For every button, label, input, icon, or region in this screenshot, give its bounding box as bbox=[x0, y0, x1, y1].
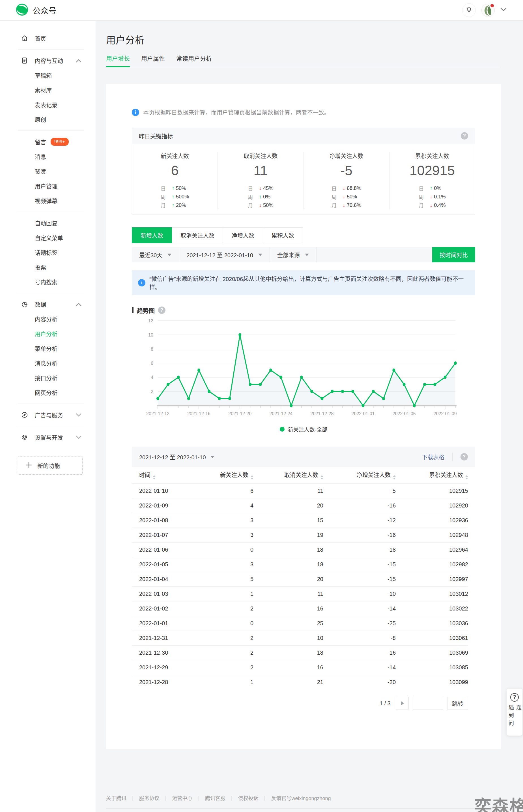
sidebar-item-auto-reply[interactable]: 自动回复 bbox=[0, 216, 96, 230]
brand[interactable]: 公众号 bbox=[16, 3, 57, 17]
sidebar-item-content-interaction[interactable]: 内容与互动 bbox=[0, 53, 96, 68]
next-page-button[interactable] bbox=[396, 697, 409, 710]
sort-icon[interactable] bbox=[321, 475, 323, 479]
tab-regular-readers[interactable]: 常读用户分析 bbox=[176, 54, 212, 67]
sort-icon[interactable] bbox=[393, 475, 396, 479]
arrow-down-icon: ↓ bbox=[428, 194, 434, 200]
table-header-4[interactable]: 累积关注人数 bbox=[396, 467, 468, 483]
sort-icon[interactable] bbox=[153, 475, 156, 479]
sidebar-item-label: 自定义菜单 bbox=[35, 234, 63, 242]
trend-chart[interactable]: 246810122021-12-122021-12-162021-12-2020… bbox=[132, 318, 473, 424]
account-avatar[interactable] bbox=[482, 4, 495, 17]
help-floating-button[interactable]: ? 遇到问题 bbox=[507, 689, 522, 736]
sidebar-item-label: 新的功能 bbox=[37, 462, 60, 470]
sidebar-item-topic-tags[interactable]: 话题标签 bbox=[0, 245, 96, 260]
question-icon: ? bbox=[510, 693, 519, 702]
watermark: 奕森格 bbox=[474, 793, 523, 812]
tab-user-growth[interactable]: 用户增长 bbox=[106, 54, 130, 67]
page-jump-input[interactable] bbox=[413, 697, 443, 710]
sidebar-item-label: 接口分析 bbox=[35, 374, 57, 382]
sort-icon[interactable] bbox=[251, 475, 253, 479]
footer-links: 关于腾讯|服务协议|运营中心|腾讯客服|侵权投诉|反馈官号weixingongz… bbox=[106, 794, 501, 801]
footer-link-1[interactable]: 服务协议 bbox=[139, 794, 160, 801]
metric-tab-unfollowers[interactable]: 取消关注人数 bbox=[172, 227, 223, 243]
sidebar-item-messages[interactable]: 消息 bbox=[0, 149, 96, 164]
footer-separator: | bbox=[165, 795, 167, 801]
kpi-stat-row: 月↓0.4% bbox=[419, 201, 446, 209]
download-table-link[interactable]: 下载表格 bbox=[422, 453, 444, 461]
page-title: 用户分析 bbox=[106, 33, 501, 47]
footer-link-3[interactable]: 腾讯客服 bbox=[205, 794, 226, 801]
metric-tab-cumulative[interactable]: 累积人数 bbox=[263, 227, 303, 243]
trend-help-icon[interactable]: ? bbox=[158, 306, 165, 314]
account-chevron-down-icon[interactable] bbox=[500, 7, 507, 13]
sidebar-item-material-library[interactable]: 素材库 bbox=[0, 83, 96, 98]
sidebar-item-user-analysis[interactable]: 用户分析 bbox=[0, 326, 96, 341]
sidebar-item-label: 菜单分析 bbox=[35, 345, 57, 353]
sidebar-item-original[interactable]: 原创 bbox=[0, 112, 96, 127]
compare-by-time-button[interactable]: 按时间对比 bbox=[432, 247, 475, 262]
arrow-up-icon: ↑ bbox=[170, 186, 176, 191]
table-header-3[interactable]: 净增关注人数 bbox=[323, 467, 396, 483]
sidebar-item-user-management[interactable]: 用户管理 bbox=[0, 179, 96, 193]
kpi-value: 6 bbox=[132, 163, 217, 178]
arrow-down-icon: ↓ bbox=[257, 202, 263, 208]
sidebar-item-drafts[interactable]: 草稿箱 bbox=[0, 68, 96, 83]
sidebar-item-webpage-analysis[interactable]: 网页分析 bbox=[0, 385, 96, 400]
svg-text:10: 10 bbox=[148, 333, 153, 337]
footer-link-4[interactable]: 侵权投诉 bbox=[238, 794, 258, 801]
sidebar-item-label: 数据 bbox=[35, 300, 46, 308]
kpi-stat-row: 周↓0.1% bbox=[419, 192, 446, 201]
kpi-stat-row: 日↑50% bbox=[161, 184, 189, 192]
page-jump-button[interactable]: 跳转 bbox=[447, 697, 468, 710]
svg-text:2022-01-05: 2022-01-05 bbox=[393, 411, 416, 416]
sidebar-item-home[interactable]: 首页 bbox=[0, 31, 96, 46]
sidebar-item-publish-record[interactable]: 发表记录 bbox=[0, 98, 96, 112]
filter-range-preset[interactable]: 最近30天 bbox=[132, 247, 179, 262]
kpi-help-icon[interactable]: ? bbox=[461, 132, 468, 140]
filter-date-range[interactable]: 2021-12-12 至 2022-01-10 bbox=[179, 247, 270, 262]
kpi-stats: 日↓45%周↑0%月↓50% bbox=[248, 184, 273, 209]
sidebar-item-account-search[interactable]: 号内搜索 bbox=[0, 275, 96, 289]
table-row: 2022-01-08315-12102936 bbox=[132, 513, 468, 528]
metric-tab-new-followers[interactable]: 新增人数 bbox=[132, 227, 172, 243]
table-header-1[interactable]: 新关注人数 bbox=[207, 467, 253, 483]
notifications-button[interactable] bbox=[462, 3, 476, 17]
sidebar-item-rewards[interactable]: 赞赏 bbox=[0, 164, 96, 179]
sidebar-item-content-analysis[interactable]: 内容分析 bbox=[0, 312, 96, 326]
footer-link-5[interactable]: 反馈官号weixingongzhong bbox=[271, 794, 331, 801]
table-header-0[interactable]: 时间 bbox=[132, 467, 207, 483]
kpi-value: -5 bbox=[304, 163, 389, 178]
sidebar-item-video-danmu[interactable]: 视频弹幕 bbox=[0, 193, 96, 208]
filter-bar: 最近30天 2021-12-12 至 2022-01-10 全部来源 按时间对比 bbox=[132, 247, 475, 262]
kpi-stat-row: 日↓68.8% bbox=[331, 184, 361, 192]
sidebar-new-features-button[interactable]: 新的功能 bbox=[18, 457, 83, 475]
tab-user-attributes[interactable]: 用户属性 bbox=[141, 54, 165, 67]
metric-tab-net-growth[interactable]: 净增人数 bbox=[223, 227, 263, 243]
table-header-2[interactable]: 取消关注人数 bbox=[253, 467, 323, 483]
footer-link-2[interactable]: 运营中心 bbox=[172, 794, 192, 801]
sort-icon[interactable] bbox=[465, 475, 468, 479]
table-help-icon[interactable]: ? bbox=[461, 453, 468, 460]
sidebar-item-settings-dev[interactable]: 设置与开发 bbox=[0, 430, 96, 445]
sidebar-item-custom-menu[interactable]: 自定义菜单 bbox=[0, 230, 96, 245]
sidebar-item-comments[interactable]: 留言999+ bbox=[0, 135, 96, 149]
kpi-label: 净增关注人数 bbox=[304, 152, 389, 160]
sidebar-item-menu-analysis[interactable]: 菜单分析 bbox=[0, 341, 96, 356]
sidebar-item-label: 话题标签 bbox=[35, 248, 57, 257]
section-bar bbox=[132, 307, 133, 313]
table-date-range[interactable]: 2021-12-12 至 2022-01-10 bbox=[139, 453, 214, 461]
sidebar-item-ads-services[interactable]: 广告与服务 bbox=[0, 408, 96, 422]
sidebar-item-message-analysis[interactable]: 消息分析 bbox=[0, 356, 96, 370]
sidebar-item-label: 首页 bbox=[35, 34, 46, 42]
sidebar-item-api-analysis[interactable]: 接口分析 bbox=[0, 370, 96, 385]
footer-link-0[interactable]: 关于腾讯 bbox=[106, 794, 126, 801]
table-row: 2022-01-07319-16102948 bbox=[132, 528, 468, 542]
kpi-metric: 取消关注人数11日↓45%周↑0%月↓50% bbox=[217, 152, 303, 209]
filter-source[interactable]: 全部来源 bbox=[270, 247, 317, 262]
sidebar-divider bbox=[18, 293, 84, 293]
sidebar-item-vote[interactable]: 投票 bbox=[0, 260, 96, 275]
sidebar-item-data[interactable]: 数据 bbox=[0, 297, 96, 312]
arrow-up-icon: ↑ bbox=[257, 194, 263, 200]
kpi-stat-row: 周↑500% bbox=[161, 192, 189, 201]
